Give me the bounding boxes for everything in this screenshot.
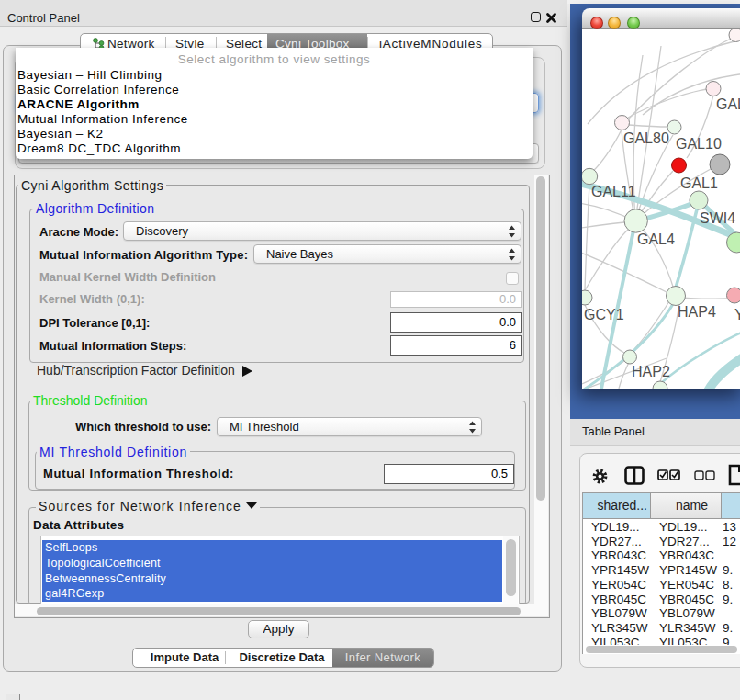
svg-text:GAL4: GAL4 xyxy=(637,231,675,247)
svg-text:SWI4: SWI4 xyxy=(700,210,735,226)
svg-text:GCY1: GCY1 xyxy=(584,307,624,322)
svg-text:Y: Y xyxy=(734,307,740,322)
svg-text:HAP4: HAP4 xyxy=(678,304,716,320)
svg-text:GAL: GAL xyxy=(716,96,740,112)
svg-text:GAL10: GAL10 xyxy=(676,136,722,152)
svg-text:GAL11: GAL11 xyxy=(591,184,636,199)
svg-text:GAL1: GAL1 xyxy=(680,175,718,191)
svg-text:HAP2: HAP2 xyxy=(632,364,670,379)
svg-text:GAL80: GAL80 xyxy=(623,130,669,146)
